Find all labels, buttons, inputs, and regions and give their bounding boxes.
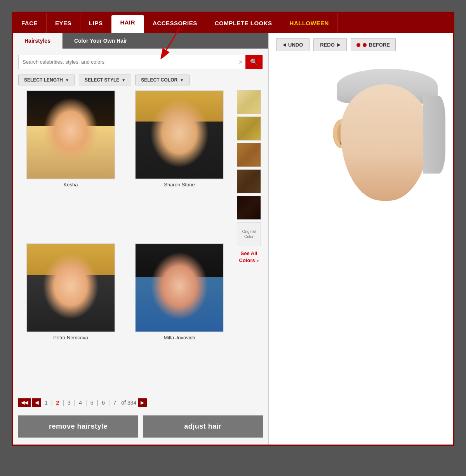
hair-nav-label: HAIR <box>120 19 135 26</box>
redo-label: REDO <box>320 42 335 48</box>
tab-hairstyles[interactable]: Hairstyles <box>13 33 63 49</box>
page-5[interactable]: 5 <box>89 399 96 407</box>
milla-thumbnail[interactable] <box>135 243 224 332</box>
search-box: ✕ 🔍 <box>18 55 263 69</box>
adjust-hair-button[interactable]: adjust hair <box>143 415 263 438</box>
svg-point-48 <box>156 268 202 327</box>
color-swatches-panel: Original Color See All Colors » <box>232 90 263 392</box>
svg-point-27 <box>152 152 155 155</box>
svg-point-5 <box>72 130 89 139</box>
before-label: BEFORE <box>369 42 390 48</box>
color-swatch-black[interactable] <box>237 196 261 220</box>
svg-rect-43 <box>136 244 223 332</box>
color-swatch-light-blonde[interactable] <box>237 90 261 114</box>
svg-rect-30 <box>27 244 115 332</box>
nav-lips[interactable]: LIPS <box>80 13 111 33</box>
page-4[interactable]: 4 <box>77 399 84 407</box>
nav-eyes[interactable]: EYES <box>47 13 80 33</box>
style-label: SELECT STYLE <box>85 77 119 83</box>
color-filter-label: SELECT COLOR <box>141 77 177 83</box>
svg-point-39 <box>44 310 48 314</box>
remove-hairstyle-button[interactable]: remove hairstyle <box>18 415 138 438</box>
page-3[interactable]: 3 <box>66 399 73 407</box>
sub-tabs: Hairstyles Color Your Own Hair <box>13 33 268 49</box>
svg-point-53 <box>167 290 170 292</box>
see-all-arrow-icon: » <box>256 258 259 263</box>
undo-button[interactable]: ◀ UNDO <box>276 38 310 51</box>
svg-point-44 <box>146 244 213 301</box>
svg-point-50 <box>183 289 193 295</box>
undo-icon: ◀ <box>283 42 286 47</box>
color-tab-label: Color Your Own Hair <box>74 38 127 44</box>
tab-color-own-hair[interactable]: Color Your Own Hair <box>63 33 268 49</box>
list-item[interactable]: Petra Nemcova <box>18 243 123 392</box>
color-swatch-dark-brown[interactable] <box>237 169 261 193</box>
lips-nav-label: LIPS <box>89 20 103 26</box>
select-style-dropdown[interactable]: SELECT STYLE ▼ <box>79 75 131 85</box>
color-swatch-golden-blonde[interactable] <box>237 116 261 141</box>
svg-rect-21 <box>151 165 208 179</box>
nav-complete-looks[interactable]: COMPLETE LOOKS <box>206 13 281 33</box>
remove-hairstyle-label: remove hairstyle <box>49 422 108 430</box>
before-button[interactable]: BEFORE <box>351 38 396 51</box>
undo-label: UNDO <box>288 42 303 48</box>
select-color-dropdown[interactable]: SELECT COLOR ▼ <box>135 75 190 85</box>
page-1[interactable]: 1 <box>43 399 50 407</box>
nav-halloween[interactable]: HALLOWEEN <box>281 13 338 33</box>
list-item[interactable]: Kesha <box>18 90 123 239</box>
svg-point-49 <box>166 289 176 295</box>
nav-face[interactable]: FACE <box>13 13 47 33</box>
svg-point-8 <box>80 118 111 171</box>
preview-area <box>269 57 453 445</box>
nav-hair[interactable]: HAIR <box>111 15 144 33</box>
color-arrow-icon: ▼ <box>180 78 184 82</box>
svg-point-10 <box>75 132 86 139</box>
redo-icon: ▶ <box>337 42 340 47</box>
original-color-swatch[interactable]: Original Color <box>237 222 261 246</box>
page-7[interactable]: 7 <box>111 399 118 407</box>
search-clear-icon[interactable]: ✕ <box>236 59 245 65</box>
complete-looks-nav-label: COMPLETE LOOKS <box>215 20 272 26</box>
svg-point-3 <box>37 90 105 141</box>
first-page-button[interactable]: ◀◀ <box>18 398 31 407</box>
before-dot-icon2 <box>363 43 367 47</box>
svg-point-13 <box>66 109 75 118</box>
kesha-label: Kesha <box>64 182 78 188</box>
sharon-thumbnail[interactable] <box>135 90 224 179</box>
before-dot-icon <box>356 43 360 47</box>
prev-page-button[interactable]: ◀ <box>32 398 41 407</box>
select-length-dropdown[interactable]: SELECT LENGTH ▼ <box>18 75 75 85</box>
svg-point-15 <box>72 110 81 116</box>
svg-point-23 <box>183 135 193 140</box>
eyes-nav-label: EYES <box>55 20 71 26</box>
svg-point-52 <box>186 290 191 294</box>
see-all-colors-link[interactable]: See All Colors » <box>235 250 263 264</box>
svg-point-32 <box>38 248 103 301</box>
list-item[interactable]: Sharon Stone <box>127 90 232 239</box>
color-swatch-auburn-brown[interactable] <box>237 143 261 167</box>
next-page-button[interactable]: ▶ <box>138 398 147 407</box>
svg-rect-2 <box>27 91 115 179</box>
nav-accessories[interactable]: ACCESSORIES <box>144 13 206 33</box>
petra-thumbnail[interactable] <box>26 243 115 332</box>
redo-button[interactable]: REDO ▶ <box>313 38 347 51</box>
svg-point-29 <box>204 152 207 155</box>
list-item[interactable]: Milla Jovovich <box>127 243 232 392</box>
svg-point-6 <box>46 110 96 171</box>
page-6[interactable]: 6 <box>100 399 107 407</box>
kesha-thumbnail[interactable] <box>26 90 115 179</box>
svg-point-7 <box>31 118 61 171</box>
pagination: ◀◀ ◀ 1 | 2 | 3 | 4 | 5 | 6 | 7 of 334 ▶ <box>13 392 268 411</box>
search-input[interactable] <box>19 56 236 68</box>
top-navigation: FACE EYES LIPS HAIR ACCESSORIES COMPLETE… <box>13 13 453 33</box>
hairstyles-tab-label: Hairstyles <box>24 38 50 44</box>
svg-point-17 <box>141 90 218 158</box>
svg-point-47 <box>149 276 210 299</box>
svg-point-4 <box>53 130 70 139</box>
svg-rect-16 <box>136 91 223 179</box>
page-2[interactable]: 2 <box>54 399 61 407</box>
adjust-hair-label: adjust hair <box>184 422 222 430</box>
milla-jovovich-label: Milla Jovovich <box>164 335 195 340</box>
style-arrow-icon: ▼ <box>122 78 125 82</box>
search-button[interactable]: 🔍 <box>245 55 263 69</box>
